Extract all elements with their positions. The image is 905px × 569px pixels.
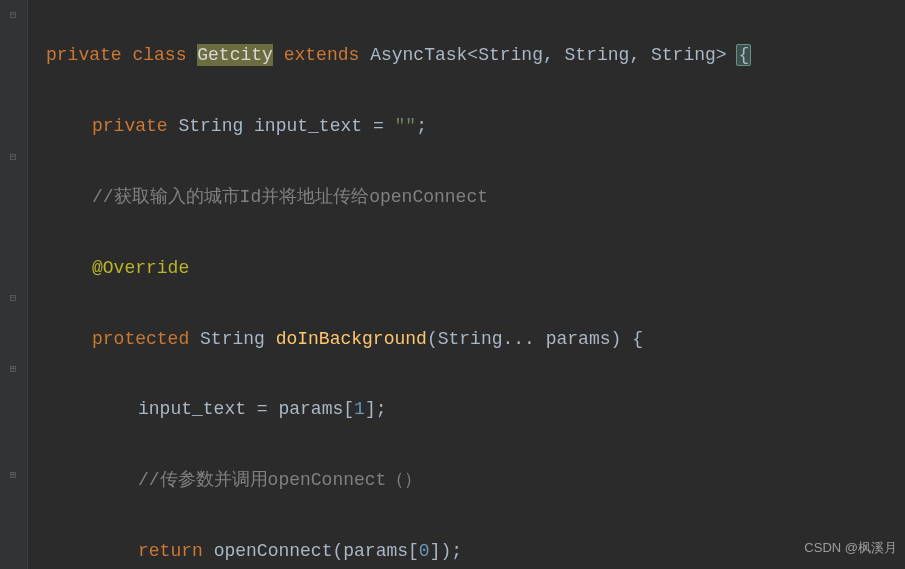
- fold-expand-icon[interactable]: ⊞: [6, 362, 20, 376]
- code-line: protected String doInBackground(String..…: [46, 322, 905, 357]
- code-line: private class Getcity extends AsyncTask<…: [46, 38, 905, 73]
- variable-name: input_text: [138, 399, 246, 419]
- code-line: //获取输入的城市Id并将地址传给openConnect: [46, 180, 905, 215]
- string-literal: "": [395, 116, 417, 136]
- keyword-return: return: [138, 541, 203, 561]
- keyword-class: class: [132, 45, 186, 65]
- variable-name: input_text: [254, 116, 362, 136]
- annotation-override: @Override: [92, 258, 189, 278]
- code-line: return openConnect(params[0]);: [46, 534, 905, 569]
- code-line: //传参数并调用openConnect（）: [46, 463, 905, 498]
- keyword-extends: extends: [284, 45, 360, 65]
- keyword-private: private: [92, 116, 168, 136]
- method-call: openConnect(params[: [214, 541, 419, 561]
- keyword-private: private: [46, 45, 122, 65]
- keyword-protected: protected: [92, 329, 189, 349]
- class-name: Getcity: [197, 44, 273, 66]
- params: (String... params): [427, 329, 621, 349]
- comment: //传参数并调用openConnect（）: [138, 470, 422, 490]
- brace-open: {: [736, 44, 751, 66]
- fold-expand-icon[interactable]: ⊞: [6, 468, 20, 482]
- fold-toggle-icon[interactable]: ⊟: [6, 150, 20, 164]
- editor-gutter: ⊟ ⊟ ⊟ ⊞ ⊞: [0, 0, 28, 569]
- code-line: private String input_text = "";: [46, 109, 905, 144]
- brace-open: {: [632, 329, 643, 349]
- watermark: CSDN @枫溪月: [804, 530, 897, 565]
- number-literal: 1: [354, 399, 365, 419]
- expression: params[: [278, 399, 354, 419]
- operator: =: [257, 399, 268, 419]
- operator: =: [373, 116, 384, 136]
- method-name: doInBackground: [276, 329, 427, 349]
- code-editor[interactable]: private class Getcity extends AsyncTask<…: [28, 0, 905, 569]
- close: ];: [365, 399, 387, 419]
- code-line: @Override: [46, 251, 905, 286]
- close: ]);: [430, 541, 462, 561]
- return-type: String: [200, 329, 265, 349]
- fold-toggle-icon[interactable]: ⊟: [6, 8, 20, 22]
- comment: //获取输入的城市Id并将地址传给openConnect: [92, 187, 488, 207]
- type: String: [178, 116, 243, 136]
- fold-end-icon[interactable]: ⊟: [6, 291, 20, 305]
- supertype: AsyncTask<String, String, String>: [370, 45, 726, 65]
- code-line: input_text = params[1];: [46, 392, 905, 427]
- number-literal: 0: [419, 541, 430, 561]
- semicolon: ;: [416, 116, 427, 136]
